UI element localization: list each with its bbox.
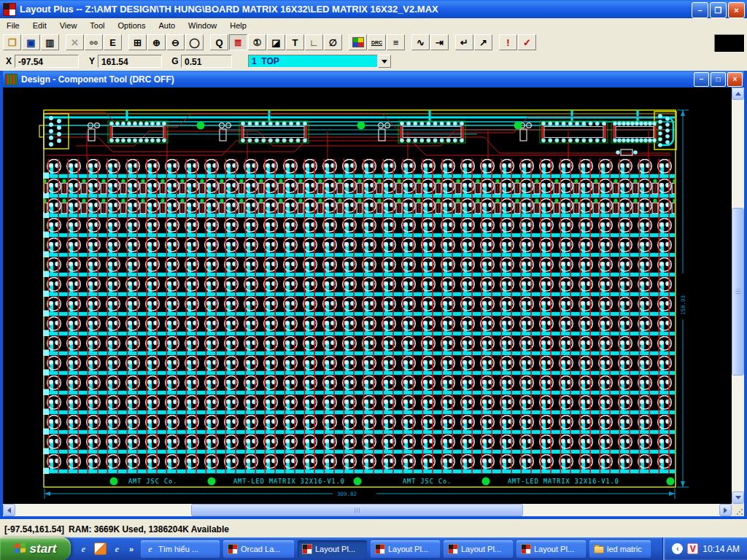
- taskbar-button-layout-pl-[interactable]: Layout Pl...: [516, 540, 586, 558]
- ic-footprint: [220, 121, 309, 143]
- internet-explorer-icon[interactable]: e: [78, 543, 89, 554]
- library-manager-icon: ▥: [45, 38, 54, 47]
- vertical-scrollbar[interactable]: [732, 88, 744, 504]
- taskbar-button-layout-pl-[interactable]: Layout Pl...: [298, 540, 367, 558]
- toolbar-zoom-in-button[interactable]: ⊕: [147, 34, 166, 50]
- app-title: Layout Plus -- Z:\AMT DESIGN\TH HUNG\BOA…: [20, 4, 438, 15]
- layer-combo[interactable]: 1 TOP: [248, 55, 391, 68]
- taskbar-button-t-m-hi-u-[interactable]: eTìm hiểu ...: [141, 540, 220, 558]
- toolbar-connection-tool-button[interactable]: ∟: [305, 34, 323, 50]
- toolbar-find-button[interactable]: ⊙⊙: [85, 34, 103, 50]
- chevron-more-icon[interactable]: »: [128, 543, 135, 554]
- scroll-up-button[interactable]: [732, 88, 744, 100]
- toolbar-online-drc-button[interactable]: DRC: [368, 34, 386, 50]
- menu-auto[interactable]: Auto: [152, 19, 182, 32]
- minimize-button[interactable]: –: [692, 2, 708, 18]
- menu-help[interactable]: Help: [223, 19, 253, 32]
- silk-board-text-1: AMT-LED MATRIX 32X16-V1.0: [233, 478, 345, 485]
- layer-combo-arrow[interactable]: [378, 55, 391, 68]
- scroll-down-button[interactable]: [732, 491, 744, 504]
- toolbar-zoom-out-button[interactable]: ⊖: [166, 34, 185, 50]
- tray-app-icon[interactable]: V: [687, 543, 698, 554]
- menu-edit[interactable]: Edit: [26, 19, 53, 32]
- design-close-button[interactable]: ×: [727, 72, 743, 87]
- y-coordinate-field[interactable]: 161.54: [98, 55, 162, 68]
- taskbar-button-layout-pl-[interactable]: Layout Pl...: [444, 540, 513, 558]
- horizontal-scroll-thumb[interactable]: [191, 504, 523, 516]
- menu-file[interactable]: File: [0, 19, 26, 32]
- edit-icon: E: [109, 38, 116, 47]
- auto-route-icon: ∿: [417, 38, 425, 47]
- toolbar-edit-button[interactable]: E: [104, 34, 122, 50]
- toolbar-obstacle-tool-button[interactable]: ∅: [324, 34, 342, 50]
- tray-collapse-icon[interactable]: ‹: [672, 543, 683, 554]
- taskbar-button-label: led matric: [607, 545, 642, 553]
- pcb-canvas[interactable]: AMT JSC Co. AMT-LED MATRIX 32X16-V1.0 AM…: [3, 88, 732, 504]
- toolbar-open-button[interactable]: ❒: [3, 34, 21, 50]
- toolbar-query-button[interactable]: Q: [210, 34, 228, 50]
- design-minimize-button[interactable]: –: [694, 72, 709, 87]
- y-axis-label: Y: [86, 56, 98, 66]
- resize-grip[interactable]: [732, 504, 744, 516]
- toolbar-route-edit-button[interactable]: ↗: [474, 34, 492, 50]
- toolbar-delete-button[interactable]: ✕: [66, 34, 84, 50]
- toolbar-drc-check-button[interactable]: ✓: [518, 34, 536, 50]
- design-window-icon: [5, 74, 18, 85]
- toolbar-color-palette-button[interactable]: [349, 34, 367, 50]
- toolbar-component-tool-button[interactable]: ①: [248, 34, 266, 50]
- menu-tool[interactable]: Tool: [83, 19, 111, 32]
- pin-tool-icon: ◪: [271, 38, 280, 47]
- dimension-width: [44, 489, 675, 499]
- dimension-width-label: 309.82: [337, 491, 357, 497]
- layout-plus-app-icon: [3, 3, 16, 16]
- toolbar-shove-track-button[interactable]: ⇥: [430, 34, 449, 50]
- ie-icon: e: [145, 544, 155, 554]
- dimension-height-label: 158.03: [680, 295, 686, 315]
- toolbar-route-in-button[interactable]: ↵: [455, 34, 473, 50]
- status-coordinates: [-97.54,161.54]: [4, 524, 64, 534]
- taskbar-button-layout-pl-[interactable]: Layout Pl...: [371, 540, 440, 558]
- clock: 10:14 AM: [703, 544, 740, 554]
- menu-window[interactable]: Window: [182, 19, 223, 32]
- restore-button[interactable]: ❐: [710, 2, 727, 18]
- menu-view[interactable]: View: [53, 19, 84, 32]
- toolbar: ❒▣▥✕⊙⊙E⊞⊕⊖◯Q≣①◪T∟∅DRC≡∿⇥↵↗!✓: [0, 33, 747, 52]
- toolbar-spreadsheet-button[interactable]: ⊞: [128, 34, 147, 50]
- error-markers-icon: !: [506, 38, 509, 47]
- design-maximize-button[interactable]: □: [711, 72, 726, 87]
- toolbar-auto-route-button[interactable]: ∿: [411, 34, 430, 50]
- windows-flag-icon: [15, 542, 26, 555]
- workspace: Design - Component Tool (DRC OFF) – □ ×: [0, 71, 747, 519]
- paint-app-icon[interactable]: [94, 542, 107, 555]
- vertical-scroll-thumb[interactable]: [732, 208, 744, 376]
- layout-icon: [302, 544, 312, 554]
- taskbar-button-label: Orcad La...: [241, 545, 280, 553]
- grid-field[interactable]: 0.51: [181, 55, 232, 68]
- close-button[interactable]: ×: [728, 2, 745, 18]
- design-window-title: Design - Component Tool (DRC OFF): [21, 74, 174, 85]
- online-drc-icon: DRC: [371, 40, 382, 45]
- toolbar-error-markers-button[interactable]: !: [499, 34, 517, 50]
- taskbar-button-label: Layout Pl...: [388, 545, 428, 553]
- scroll-left-button[interactable]: [3, 504, 15, 516]
- toolbar-save-button[interactable]: ▣: [22, 34, 40, 50]
- horizontal-scrollbar[interactable]: [3, 504, 732, 516]
- scroll-right-button[interactable]: [719, 504, 732, 516]
- internet-explorer-icon[interactable]: e: [112, 543, 123, 554]
- toolbar-pin-tool-button[interactable]: ◪: [267, 34, 285, 50]
- taskbar-button-led-matric[interactable]: led matric: [589, 540, 651, 558]
- x-coordinate-field[interactable]: -97.54: [15, 55, 79, 68]
- toolbar-color-rules-button[interactable]: ≣: [229, 34, 247, 50]
- toolbar-zoom-all-button[interactable]: ◯: [185, 34, 204, 50]
- toolbar-text-tool-button[interactable]: T: [286, 34, 304, 50]
- start-button[interactable]: start: [0, 537, 71, 560]
- toolbar-library-manager-button[interactable]: ▥: [41, 34, 59, 50]
- spreadsheet-icon: ⊞: [133, 38, 142, 47]
- design-window-titlebar: Design - Component Tool (DRC OFF) – □ ×: [3, 71, 744, 88]
- route-edit-icon: ↗: [479, 38, 487, 47]
- find-icon: ⊙⊙: [90, 40, 98, 45]
- menu-options[interactable]: Options: [112, 19, 152, 32]
- taskbar-button-orcad-la-[interactable]: Orcad La...: [223, 540, 294, 558]
- toolbar-reconnect-button[interactable]: ≡: [387, 34, 405, 50]
- layout-icon: [521, 544, 531, 554]
